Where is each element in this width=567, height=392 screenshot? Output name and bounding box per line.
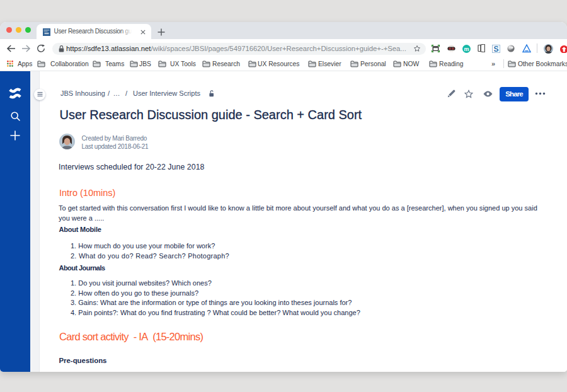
svg-text:m: m [464,45,469,52]
svg-text:S: S [493,45,498,53]
